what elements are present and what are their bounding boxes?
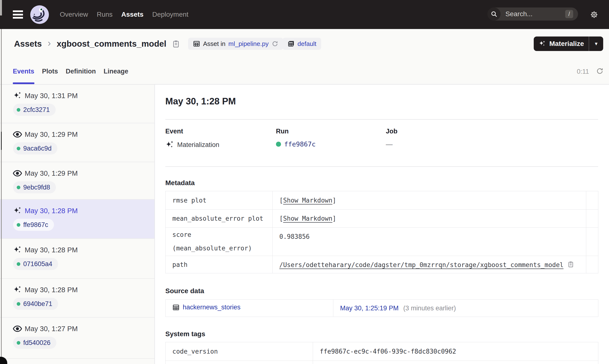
- show-markdown-link[interactable]: Show Markdown: [283, 197, 332, 204]
- table-row: rmse plot [Show Markdown]: [166, 191, 598, 209]
- event-list-item[interactable]: May 30, 1:29 PM 9aca6c9d: [0, 123, 154, 162]
- table-row: code_version ffe9867c-ec9c-4f06-939c-f8d…: [166, 342, 598, 361]
- copy-asset-name-icon[interactable]: [172, 40, 180, 48]
- search-placeholder: Search...: [505, 10, 565, 18]
- metadata-value: 0.983856: [273, 228, 586, 256]
- materialization-sparkle-icon: [165, 140, 175, 150]
- sparkle-icon: [538, 40, 546, 48]
- source-relative-time: (3 minutes earlier): [403, 305, 456, 312]
- metadata-table: rmse plot [Show Markdown] mean_absolute_…: [165, 191, 598, 273]
- run-tag[interactable]: 9ebc9fd8: [13, 181, 56, 193]
- system-tag-key: [166, 361, 313, 364]
- event-list-item-selected[interactable]: May 30, 1:28 PM ffe9867c: [0, 200, 154, 239]
- run-tag[interactable]: fd540026: [13, 337, 56, 349]
- window-edge-artifact: [1, 29, 2, 358]
- event-list-item[interactable]: May 30, 1:29 PM 9ebc9fd8: [0, 162, 154, 200]
- breadcrumb-separator: ›: [48, 38, 51, 49]
- metadata-value: [Show Markdown]: [273, 191, 586, 209]
- run-tag[interactable]: 6940be71: [13, 298, 58, 310]
- reload-icon[interactable]: [272, 40, 278, 47]
- materialization-sparkle-icon: [13, 207, 22, 215]
- event-type: Materialization: [177, 141, 219, 149]
- job-value: —: [386, 141, 393, 148]
- hamburger-menu-icon[interactable]: [13, 10, 23, 19]
- table-row: mean_absolute_error plot [Show Markdown]: [166, 209, 598, 228]
- source-timestamp-link[interactable]: May 30, 1:25:19 PM: [340, 305, 399, 312]
- system-tag-value: [313, 361, 598, 364]
- copy-path-icon[interactable]: [567, 261, 574, 268]
- nav-assets[interactable]: Assets: [121, 11, 144, 18]
- system-tags-table: code_version ffe9867c-ec9c-4f06-939c-f8d…: [165, 342, 598, 364]
- metadata-action-cell: [586, 256, 598, 273]
- tab-definition[interactable]: Definition: [66, 58, 96, 84]
- top-nav-bar: Overview Runs Assets Deployment Search..…: [0, 0, 609, 29]
- refresh-timer: 0:11: [577, 58, 589, 85]
- event-title: May 30, 1:28 PM: [165, 96, 236, 107]
- job-column: Job —: [386, 128, 398, 148]
- event-list-item[interactable]: May 30, 1:28 PM 071605a4: [0, 239, 154, 279]
- event-time: May 30, 1:29 PM: [25, 169, 78, 177]
- metadata-key: score (mean_absolute_error): [166, 228, 273, 256]
- run-status-dot: [276, 142, 281, 147]
- event-time: May 30, 1:28 PM: [25, 246, 78, 254]
- materialize-dropdown-caret[interactable]: ▾: [589, 41, 603, 47]
- breadcrumb: Assets › xgboost_comments_model: [14, 29, 166, 58]
- run-status-dot: [17, 223, 20, 227]
- repo-link[interactable]: default: [297, 40, 316, 48]
- event-list-item[interactable]: May 30, 1:31 PM 2cfc3271: [0, 85, 154, 123]
- run-status-dot: [17, 147, 20, 150]
- source-time-cell: May 30, 1:25:19 PM (3 minutes earlier): [333, 300, 598, 317]
- system-tag-value: ffe9867c-ec9c-4f06-939c-f8dc830c0962: [313, 342, 598, 361]
- run-link[interactable]: ffe9867c: [284, 141, 316, 148]
- run-status-dot: [17, 186, 20, 189]
- asset-in-label: Asset in: [203, 40, 226, 48]
- run-tag[interactable]: 2cfc3271: [13, 104, 56, 116]
- materialize-button[interactable]: Materialize ▾: [534, 37, 603, 51]
- metadata-key: mean_absolute_error plot: [166, 209, 273, 228]
- gear-icon[interactable]: [590, 11, 598, 19]
- nav-deployment[interactable]: Deployment: [152, 11, 188, 18]
- search-input[interactable]: Search... /: [487, 8, 578, 21]
- table-row: hackernews_stories May 30, 1:25:19 PM (3…: [166, 300, 598, 317]
- dagster-logo[interactable]: [30, 5, 49, 24]
- event-time: May 30, 1:31 PM: [25, 92, 78, 100]
- metadata-key: rmse plot: [166, 191, 273, 209]
- refresh-icon[interactable]: [596, 67, 604, 75]
- show-markdown-link[interactable]: Show Markdown: [283, 215, 332, 222]
- event-list: May 30, 1:31 PM 2cfc3271 May 30, 1:29 PM…: [0, 85, 155, 364]
- repo-grid-icon: [287, 40, 295, 47]
- run-tag[interactable]: 9aca6c9d: [13, 142, 57, 155]
- asset-group-tag[interactable]: Asset in ml_pipeline.py: [188, 38, 283, 50]
- asset-name: xgboost_comments_model: [57, 39, 166, 49]
- event-time: May 30, 1:27 PM: [25, 325, 78, 333]
- nav-overview[interactable]: Overview: [60, 11, 88, 18]
- source-asset-cell: hackernews_stories: [166, 300, 333, 317]
- run-status-dot: [17, 108, 20, 112]
- tabs-row: Events Plots Definition Lineage 0:11: [0, 58, 609, 85]
- materialization-sparkle-icon: [13, 246, 22, 254]
- path-link[interactable]: /Users/odetteharary/code/dagster/tmp_0mz…: [279, 261, 564, 269]
- asset-file-link[interactable]: ml_pipeline.py: [228, 40, 269, 48]
- metadata-value: /Users/odetteharary/code/dagster/tmp_0mz…: [273, 256, 586, 273]
- metadata-action-cell: [586, 209, 598, 228]
- source-data-table: hackernews_stories May 30, 1:25:19 PM (3…: [165, 299, 598, 317]
- source-asset-link[interactable]: hackernews_stories: [183, 304, 241, 311]
- table-row: [166, 361, 598, 364]
- tab-plots[interactable]: Plots: [42, 58, 58, 84]
- system-tags-heading: System tags: [165, 330, 205, 338]
- metadata-key: path: [166, 256, 273, 273]
- search-shortcut-badge: /: [565, 10, 573, 18]
- run-tag[interactable]: ffe9867c: [13, 219, 54, 231]
- nav-runs[interactable]: Runs: [97, 11, 112, 18]
- tab-events[interactable]: Events: [13, 58, 34, 84]
- metadata-heading: Metadata: [165, 179, 194, 187]
- run-tag[interactable]: 071605a4: [13, 258, 58, 270]
- event-list-item[interactable]: May 30, 1:27 PM fd540026: [0, 318, 154, 359]
- event-list-item[interactable]: May 30, 1:28 PM 6940be71: [0, 279, 154, 318]
- metadata-value: [Show Markdown]: [273, 209, 586, 228]
- tab-lineage[interactable]: Lineage: [104, 58, 128, 84]
- table-grid-icon: [193, 40, 200, 47]
- repo-tag[interactable]: default: [282, 38, 321, 50]
- breadcrumb-assets-link[interactable]: Assets: [14, 39, 42, 49]
- event-detail-pane: May 30, 1:28 PM Event Materialization Ru…: [155, 85, 609, 364]
